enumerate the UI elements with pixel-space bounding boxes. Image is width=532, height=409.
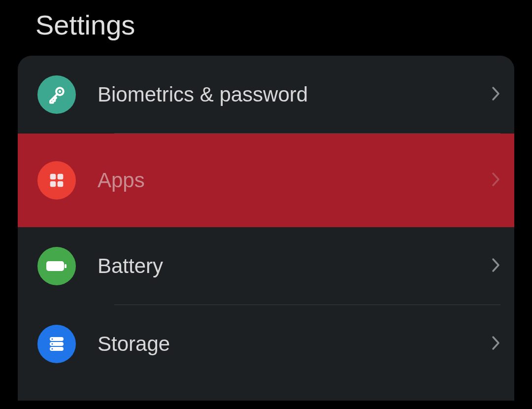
svg-rect-7 [65, 264, 66, 268]
apps-icon [37, 161, 76, 200]
settings-item-apps[interactable]: Apps [18, 134, 514, 227]
key-icon [37, 75, 76, 114]
settings-item-label: Apps [98, 169, 492, 192]
chevron-right-icon [492, 257, 500, 275]
storage-icon [37, 325, 76, 363]
settings-item-label: Storage [98, 332, 492, 356]
svg-point-13 [52, 348, 53, 350]
svg-rect-5 [58, 181, 64, 187]
svg-point-1 [59, 90, 61, 93]
settings-list: Biometrics & password Apps [18, 56, 514, 401]
svg-point-11 [52, 339, 53, 340]
svg-rect-2 [50, 174, 56, 180]
page-title: Settings [0, 0, 532, 56]
svg-rect-4 [50, 181, 56, 187]
settings-item-biometrics[interactable]: Biometrics & password [18, 56, 514, 134]
battery-icon [37, 247, 76, 285]
svg-rect-3 [58, 174, 64, 180]
settings-item-label: Biometrics & password [98, 83, 492, 106]
svg-rect-6 [46, 261, 64, 271]
chevron-right-icon [492, 86, 500, 103]
settings-item-storage[interactable]: Storage [18, 305, 514, 383]
chevron-right-icon [492, 171, 500, 189]
settings-item-label: Battery [98, 254, 492, 278]
settings-item-battery[interactable]: Battery [18, 227, 514, 305]
chevron-right-icon [492, 335, 500, 353]
svg-point-12 [52, 343, 53, 345]
